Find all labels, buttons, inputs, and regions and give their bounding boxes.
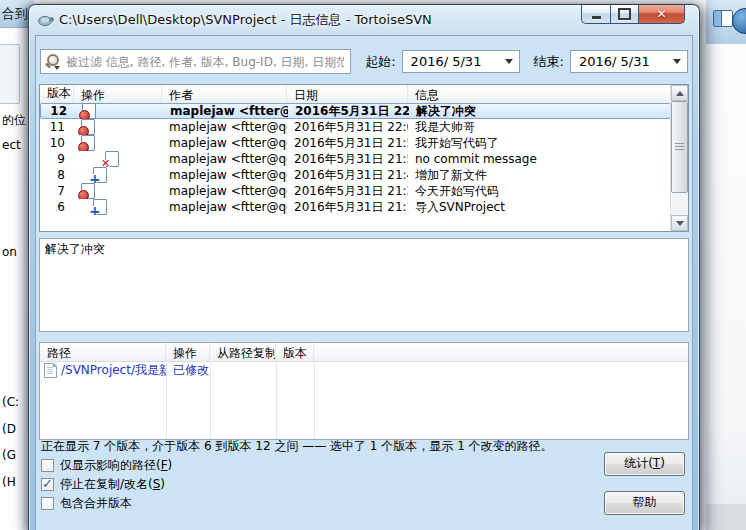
scrollbar-down-button[interactable] [671, 215, 688, 231]
minimize-button[interactable] [581, 4, 610, 24]
revision-date: 2016年5月31日 22:03:24 [287, 119, 408, 136]
panel-toggle-icon[interactable] [713, 10, 733, 27]
vertical-scrollbar[interactable] [670, 85, 688, 231]
revision-number: 12 [41, 104, 75, 118]
maximize-button[interactable] [610, 4, 638, 24]
background-text-fragment: ect [2, 138, 21, 152]
revision-row[interactable]: 6+maplejaw <ftter@qq.com>2016年5月31日 21:1… [40, 199, 671, 215]
statistics-button[interactable]: 统计(T) [604, 452, 685, 476]
deleted-action-icon: ✕ [105, 151, 119, 167]
titlebar[interactable]: C:\Users\Dell\Desktop\SVNProject - 日志信息 … [29, 5, 699, 35]
background-panel-fragment [0, 44, 20, 104]
modified-action-icon [81, 119, 95, 135]
revision-author: maplejaw <ftter@qq.com> [163, 104, 288, 118]
revision-row[interactable]: 9✕maplejaw <ftter@qq.com>2016年5月31日 21:5… [40, 151, 671, 167]
revision-list: 版本 操作 作者 日期 信息 12maplejaw <ftter@qq.com>… [39, 84, 689, 232]
search-icon[interactable] [45, 53, 60, 70]
revision-author: maplejaw <ftter@qq.com> [162, 120, 287, 134]
checkbox[interactable] [41, 497, 54, 510]
path-text: /SVNProject/我是新项目.txt [61, 362, 166, 379]
close-icon: ✕ [656, 7, 666, 21]
start-date-value: 2016/ 5/31 [411, 54, 505, 69]
revision-author: maplejaw <ftter@qq.com> [162, 168, 287, 182]
revision-author: maplejaw <ftter@qq.com> [162, 136, 287, 150]
scrollbar-up-button[interactable] [671, 85, 688, 101]
status-text: 正在显示 7 个版本，介于版本 6 到版本 12 之间 —— 选中了 1 个版本… [41, 438, 553, 455]
option-row[interactable]: 仅显示影响的路径(F) [41, 456, 512, 475]
search-dropdown-icon[interactable] [54, 66, 60, 70]
revision-list-header: 版本 操作 作者 日期 信息 [40, 85, 688, 104]
revision-actions [74, 135, 162, 151]
revision-author: maplejaw <ftter@qq.com> [162, 152, 287, 166]
revision-actions: ✕ [74, 151, 162, 167]
end-date-picker[interactable]: 2016/ 5/31 [570, 50, 688, 73]
column-header-actions[interactable]: 操作 [74, 85, 162, 103]
revision-date: 2016年5月31日 22:21:27 [288, 103, 409, 120]
path-action: 已修改 [166, 362, 210, 379]
triangle-down-icon [676, 221, 684, 226]
scrollbar-thumb[interactable] [671, 101, 688, 193]
revision-row[interactable]: 10maplejaw <ftter@qq.com>2016年5月31日 21:5… [40, 135, 671, 151]
revision-message: 导入SVNProject [408, 199, 671, 216]
column-header-blank [314, 343, 688, 361]
revision-actions [74, 119, 162, 135]
option-row[interactable]: 停止在复制/改名(S) [41, 475, 512, 494]
options-group: 仅显示影响的路径(F)停止在复制/改名(S)包含合并版本 [41, 456, 512, 513]
revision-number: 9 [40, 152, 74, 166]
path-row[interactable]: /SVNProject/我是新项目.txt已修改 [40, 362, 688, 379]
background-bottom-strip [706, 504, 746, 530]
column-header-message[interactable]: 信息 [408, 85, 688, 103]
modified-overlay-icon [78, 142, 89, 151]
column-header-author[interactable]: 作者 [162, 85, 287, 103]
background-text-fragment: (D [2, 422, 16, 436]
scrollbar-grip [675, 143, 684, 151]
grid-line [166, 361, 167, 439]
revision-actions [74, 183, 162, 199]
column-header-action[interactable]: 操作 [166, 343, 210, 361]
revision-row[interactable]: 7maplejaw <ftter@qq.com>2016年5月31日 21:37… [40, 183, 671, 199]
revision-number: 8 [40, 168, 74, 182]
column-header-revision[interactable]: 版本 [40, 85, 74, 103]
option-row[interactable]: 包含合并版本 [41, 494, 512, 513]
revision-row[interactable]: 12maplejaw <ftter@qq.com>2016年5月31日 22:2… [40, 103, 671, 119]
modified-action-icon [81, 135, 95, 151]
column-header-path[interactable]: 路径 [40, 343, 166, 361]
close-button[interactable]: ✕ [638, 4, 685, 24]
start-date-picker[interactable]: 2016/ 5/31 [402, 50, 520, 73]
revision-row[interactable]: 8+maplejaw <ftter@qq.com>2016年5月31日 21:4… [40, 167, 671, 183]
column-header-copy-from[interactable]: 从路径复制 [210, 343, 276, 361]
splitter-bottom[interactable] [39, 332, 689, 340]
filter-search-box[interactable] [40, 49, 351, 74]
revision-number: 7 [40, 184, 74, 198]
modified-overlay-icon [79, 110, 90, 119]
commit-message-panel[interactable]: 解决了冲突 [39, 238, 689, 332]
background-text-fragment: (C: [2, 395, 19, 409]
checkbox[interactable] [41, 478, 54, 491]
column-header-date[interactable]: 日期 [287, 85, 408, 103]
background-text-fragment: (H [2, 475, 16, 489]
revision-row[interactable]: 11maplejaw <ftter@qq.com>2016年5月31日 22:0… [40, 119, 671, 135]
path-rows: /SVNProject/我是新项目.txt已修改 [40, 362, 688, 379]
splitter-top[interactable] [39, 230, 689, 238]
modified-action-icon [82, 103, 96, 119]
end-date-value: 2016/ 5/31 [579, 54, 673, 69]
grid-line [210, 361, 211, 439]
background-window-right [706, 0, 746, 530]
revision-date: 2016年5月31日 21:47:32 [287, 167, 408, 184]
revision-rows: 12maplejaw <ftter@qq.com>2016年5月31日 22:2… [40, 103, 671, 231]
checkbox[interactable] [41, 459, 54, 472]
filter-input[interactable] [64, 54, 346, 70]
modified-action-icon [81, 183, 95, 199]
round-app-icon[interactable] [732, 8, 746, 34]
help-button[interactable]: 帮助 [604, 491, 685, 515]
chevron-down-icon[interactable] [505, 59, 513, 64]
chevron-down-icon[interactable] [673, 59, 681, 64]
window-controls: ✕ [581, 4, 685, 24]
added-action-icon: + [93, 167, 107, 183]
column-header-revision2[interactable]: 版本 [276, 343, 314, 361]
revision-message: 我是大帅哥 [408, 119, 671, 136]
log-messages-dialog: C:\Users\Dell\Desktop\SVNProject - 日志信息 … [28, 4, 700, 530]
revision-message: 今天开始写代码 [408, 183, 671, 200]
revision-number: 6 [40, 200, 74, 214]
added-overlay-icon: + [89, 172, 101, 183]
